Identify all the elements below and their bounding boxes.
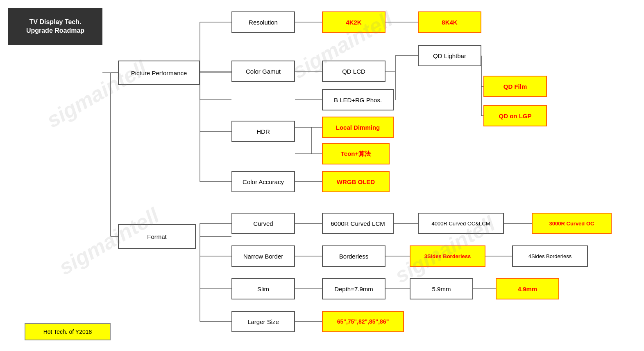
wrgb-oled-node: WRGB OLED (322, 171, 390, 192)
borderless-node: Borderless (322, 245, 385, 267)
curved-6000r-label: 6000R Curved LCM (331, 220, 385, 227)
picture-performance-label: Picture Performance (131, 70, 187, 76)
picture-performance-node: Picture Performance (118, 61, 200, 85)
curved-4000r-node: 4000R Curved OC&LCM (418, 213, 504, 234)
curved-6000r-node: 6000R Curved LCM (322, 213, 394, 234)
qd-on-lgp-node: QD on LGP (483, 105, 547, 126)
depth-49-node: 4.9mm (496, 278, 559, 299)
larger-size-node: Larger Size (231, 311, 295, 332)
borderless-label: Borderless (339, 253, 369, 260)
format-node: Format (118, 224, 196, 249)
4sides-borderless-node: 4Sides Borderless (512, 245, 588, 267)
local-dimming-node: Local Dimming (322, 117, 394, 138)
qd-film-node: QD Film (483, 76, 547, 97)
title-node: TV Display Tech. Upgrade Roadmap (8, 8, 102, 45)
title-label: TV Display Tech. Upgrade Roadmap (26, 18, 84, 35)
qd-on-lgp-label: QD on LGP (499, 112, 532, 119)
narrow-border-node: Narrow Border (231, 245, 295, 267)
color-gamut-node: Color Gamut (231, 61, 295, 82)
hot-tech-text: Hot Tech. of Y2018 (43, 328, 92, 335)
res-4k2k-node: 4K2K (322, 11, 385, 33)
b-led-rg-label: B LED+RG Phos. (334, 97, 382, 104)
curved-label: Curved (253, 220, 273, 227)
format-label: Format (147, 233, 167, 240)
hot-tech-label: Hot Tech. of Y2018 (25, 323, 111, 340)
color-accuracy-node: Color Accuracy (231, 171, 295, 192)
hdr-node: HDR (231, 121, 295, 142)
color-gamut-label: Color Gamut (246, 68, 281, 75)
curved-3000r-node: 3000R Curved OC (532, 213, 612, 234)
res-8k4k-node: 8K4K (418, 11, 481, 33)
qd-film-label: QD Film (503, 83, 527, 90)
slim-node: Slim (231, 278, 295, 299)
3sides-borderless-label: 3Sides Borderless (424, 253, 471, 259)
diagram: TV Display Tech. Upgrade Roadmap Picture… (0, 0, 644, 351)
depth-79-label: Depth=7.9mm (334, 286, 373, 292)
qd-lcd-node: QD LCD (322, 61, 385, 82)
4sides-borderless-label: 4Sides Borderless (528, 253, 572, 259)
larger-size-label: Larger Size (247, 318, 279, 325)
depth-79-node: Depth=7.9mm (322, 278, 385, 299)
slim-label: Slim (257, 286, 269, 292)
curved-4000r-label: 4000R Curved OC&LCM (431, 220, 490, 227)
depth-59-label: 5.9mm (432, 286, 451, 292)
color-accuracy-label: Color Accuracy (243, 178, 284, 185)
resolution-node: Resolution (231, 11, 295, 33)
sizes-node: 65",75",82",85",86" (322, 311, 404, 332)
qd-lightbar-label: QD Lightbar (433, 52, 466, 59)
narrow-border-label: Narrow Border (243, 253, 283, 260)
curved-3000r-label: 3000R Curved OC (549, 220, 594, 227)
res-4k2k-label: 4K2K (346, 19, 361, 26)
wrgb-oled-label: WRGB OLED (337, 178, 375, 185)
b-led-rg-node: B LED+RG Phos. (322, 89, 394, 110)
sizes-label: 65",75",82",85",86" (337, 318, 389, 325)
depth-59-node: 5.9mm (410, 278, 473, 299)
res-8k4k-label: 8K4K (442, 19, 457, 26)
resolution-label: Resolution (249, 19, 278, 26)
curved-node: Curved (231, 213, 295, 234)
depth-49-label: 4.9mm (518, 286, 537, 292)
qd-lcd-label: QD LCD (342, 68, 365, 75)
tcon-label: Tcon+算法 (341, 150, 371, 158)
qd-lightbar-node: QD Lightbar (418, 45, 481, 66)
hdr-label: HDR (256, 128, 270, 135)
local-dimming-label: Local Dimming (336, 124, 380, 131)
3sides-borderless-node: 3Sides Borderless (410, 245, 485, 267)
tcon-node: Tcon+算法 (322, 143, 390, 164)
